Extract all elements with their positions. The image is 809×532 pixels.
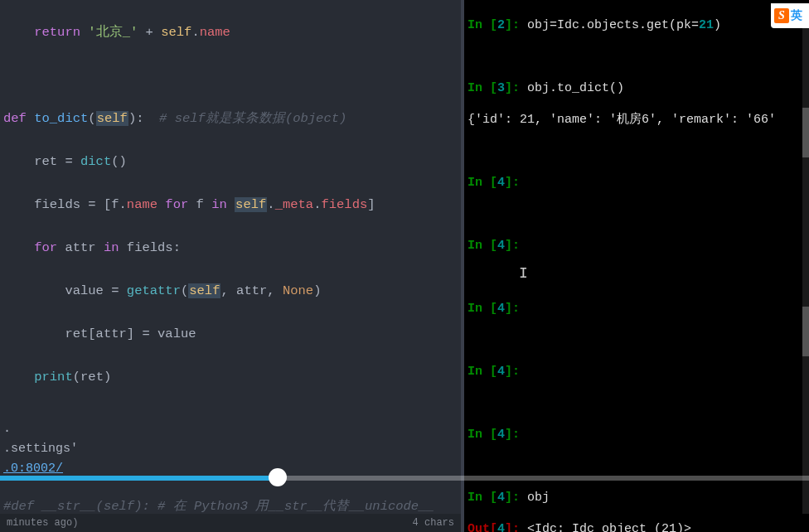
terminal-pane[interactable]: In [2]: obj=Idc.objects.get(pk=21) In [3… xyxy=(461,0,809,532)
ime-lang: 英 xyxy=(791,8,802,23)
sogou-icon: S xyxy=(774,8,789,23)
status-left: minutes ago) xyxy=(7,517,78,529)
video-progress-track[interactable] xyxy=(0,476,809,481)
text-cursor-icon: I xyxy=(519,265,527,280)
scrollbar-thumb[interactable] xyxy=(802,108,809,157)
scrollbar-thumb[interactable] xyxy=(802,307,809,356)
output-line: .settings' xyxy=(3,439,461,459)
output-line: . xyxy=(3,419,461,439)
video-progress-fill xyxy=(0,476,277,481)
ime-badge[interactable]: S 英 xyxy=(771,3,809,28)
scrollbar[interactable] xyxy=(802,25,809,514)
code-editor-pane: return '北京_' + self.name def to_dict(sel… xyxy=(0,0,461,532)
status-bar: minutes ago) 4 chars xyxy=(0,514,461,532)
terminal-output: {'id': 21, 'name': '机房6', 'remark': '66' xyxy=(467,112,806,128)
video-progress-handle[interactable] xyxy=(269,468,287,486)
status-right: 4 chars xyxy=(413,517,454,529)
